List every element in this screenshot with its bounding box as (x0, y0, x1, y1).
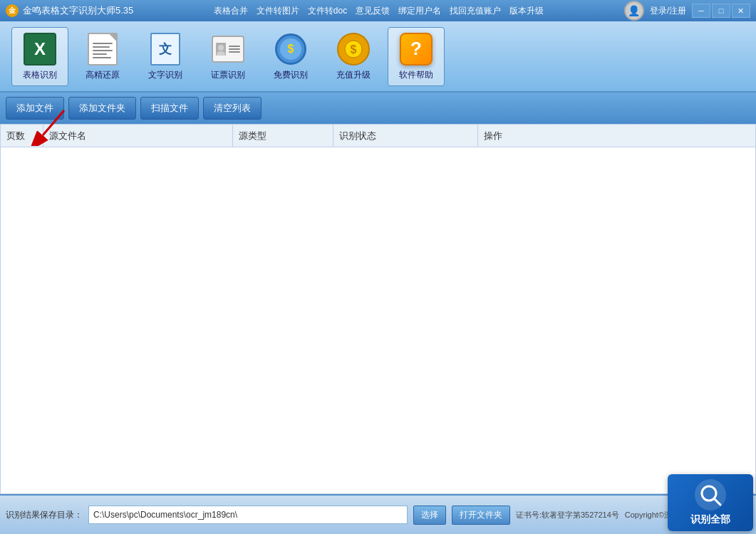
text-icon-container: 文 (148, 32, 182, 66)
tool-card-ocr[interactable]: 证票识别 (200, 28, 257, 85)
excel-icon (24, 33, 56, 66)
table-body (1, 147, 755, 493)
maximize-button[interactable]: □ (712, 4, 730, 18)
minimize-button[interactable]: ─ (692, 4, 710, 18)
upgrade-icon: $ (337, 33, 370, 66)
tool-restore-label: 高精还原 (86, 69, 120, 81)
tool-card-ocr-label: 证票识别 (211, 69, 245, 81)
add-file-button[interactable]: 添加文件 (6, 97, 64, 120)
restore-icon-container (86, 32, 120, 66)
doc-lines (90, 37, 115, 61)
card-photo (216, 43, 226, 56)
app-icon: 金 (6, 4, 19, 17)
title-bar-right: 👤 登录/注册 ─ □ ✕ (624, 1, 750, 21)
save-dir-path: C:\Users\pc\Documents\ocr_jm189cn\ (88, 506, 408, 524)
help-icon: ? (400, 33, 433, 66)
select-dir-button[interactable]: 选择 (413, 506, 446, 525)
nav-file-to-image[interactable]: 文件转图片 (257, 5, 299, 17)
open-folder-button[interactable]: 打开文件夹 (452, 506, 510, 525)
card-icon (212, 36, 244, 63)
text-icon: 文 (150, 33, 180, 66)
app-title: 金鸣表格文字识别大师5.35 (23, 4, 133, 17)
nav-upgrade[interactable]: 版本升级 (509, 5, 544, 17)
action-bar: 添加文件 添加文件夹 扫描文件 清空列表 (0, 93, 756, 124)
clear-list-button[interactable]: 清空列表 (203, 97, 262, 120)
free-icon: $ (275, 33, 306, 65)
scan-file-button[interactable]: 扫描文件 (140, 97, 199, 120)
tool-free-ocr-label: 免费识别 (274, 69, 308, 81)
add-folder-button[interactable]: 添加文件夹 (68, 97, 136, 120)
tool-text-ocr-label: 文字识别 (148, 69, 182, 81)
upgrade-icon-container: $ (336, 32, 371, 66)
svg-line-6 (714, 498, 720, 505)
tool-help[interactable]: ? 软件帮助 (388, 27, 445, 86)
col-header-pages: 页数 (1, 125, 43, 147)
nav-bind-user[interactable]: 绑定用户名 (398, 5, 441, 17)
tool-upgrade[interactable]: $ 充值升级 (325, 28, 382, 85)
col-header-ops: 操作 (478, 125, 755, 147)
cert-number: 证书号:软著登字第3527214号 (516, 510, 619, 520)
tool-table-ocr-label: 表格识别 (23, 69, 57, 81)
nav-table-merge[interactable]: 表格合并 (214, 5, 248, 17)
doc-line-3 (93, 50, 113, 51)
avatar: 👤 (624, 1, 644, 21)
bottom-bar: 识别结果保存目录： C:\Users\pc\Documents\ocr_jm18… (0, 494, 756, 534)
table-header: 页数 源文件名 源类型 识别状态 操作 (1, 125, 755, 147)
doc-line-4 (93, 53, 107, 55)
free-icon-container: $ (274, 32, 308, 66)
doc-line-2 (93, 46, 110, 48)
save-dir-label: 识别结果保存目录： (6, 509, 83, 521)
col-header-filename: 源文件名 (43, 125, 233, 147)
doc-line-1 (93, 43, 113, 44)
doc-line-5 (93, 57, 111, 58)
tool-text-ocr[interactable]: 文 文字识别 (137, 28, 194, 85)
col-header-status: 识别状态 (333, 125, 478, 147)
card-line-1 (229, 46, 240, 47)
tool-table-ocr[interactable]: 表格识别 (11, 27, 68, 86)
toolbar: 表格识别 高精还原 文 文字识别 (0, 21, 756, 93)
card-line-2 (229, 48, 240, 50)
login-button[interactable]: 登录/注册 (650, 5, 686, 17)
doc-icon (88, 33, 118, 66)
nav-feedback[interactable]: 意见反馈 (356, 5, 390, 17)
card-lines (229, 46, 240, 53)
card-line-3 (229, 51, 240, 53)
col-header-type: 源类型 (233, 125, 333, 147)
tool-restore[interactable]: 高精还原 (74, 28, 131, 85)
recognize-all-label: 识别全部 (690, 513, 730, 526)
dollar-icon: $ (288, 43, 294, 56)
title-bar: 金 金鸣表格文字识别大师5.35 表格合并 文件转图片 文件转doc 意见反馈 … (0, 0, 756, 21)
nav-file-to-doc[interactable]: 文件转doc (308, 5, 347, 17)
nav-find-account[interactable]: 找回充值账户 (450, 5, 501, 17)
tool-upgrade-label: 充值升级 (336, 69, 371, 81)
svg-text:$: $ (351, 43, 357, 56)
window-controls: ─ □ ✕ (692, 4, 750, 18)
title-nav: 表格合并 文件转图片 文件转doc 意见反馈 绑定用户名 找回充值账户 版本升级 (214, 5, 544, 17)
main-content: 页数 源文件名 源类型 识别状态 操作 (0, 124, 756, 494)
free-icon-inner: $ (280, 38, 301, 60)
help-icon-container: ? (399, 32, 433, 66)
recognize-all-button[interactable]: 识别全部 (668, 474, 753, 531)
table-area: 页数 源文件名 源类型 识别状态 操作 (1, 125, 755, 493)
recognize-search-icon (695, 479, 726, 511)
tool-help-label: 软件帮助 (399, 69, 433, 81)
tool-free-ocr[interactable]: $ 免费识别 (262, 28, 319, 85)
card-icon-container (211, 32, 245, 66)
svg-point-1 (218, 45, 224, 51)
close-button[interactable]: ✕ (732, 4, 750, 18)
title-bar-left: 金 金鸣表格文字识别大师5.35 (6, 4, 133, 17)
table-ocr-icon (23, 32, 57, 66)
